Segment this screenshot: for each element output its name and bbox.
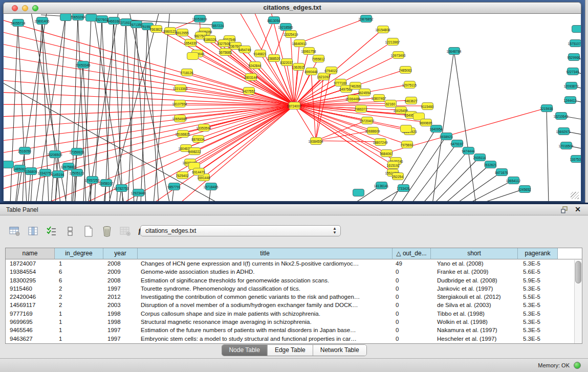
graph-node[interactable]: 17016504: [560, 142, 572, 149]
graph-node[interactable]: 15692971: [558, 127, 570, 135]
column-header-out_de[interactable]: △ out_de...: [393, 248, 431, 259]
graph-node[interactable]: 8990448: [306, 68, 317, 75]
table-row[interactable]: 911546021997Tourette syndrome. Phenomeno…: [6, 285, 582, 293]
graph-node[interactable]: 1145194: [52, 170, 64, 178]
graph-node[interactable]: 16782753: [116, 184, 127, 192]
graph-node[interactable]: 8878334: [192, 135, 204, 143]
table-row[interactable]: 946362711997Embryonic stem cells: a mode…: [6, 335, 582, 343]
graph-node[interactable]: 6794022: [325, 67, 337, 74]
graph-node[interactable]: 15166825: [177, 130, 189, 138]
table-row[interactable]: 946554611997Estimation of the future num…: [6, 326, 582, 334]
graph-node[interactable]: 20053346: [77, 61, 89, 69]
network-window-titlebar[interactable]: citations_edges.txt: [3, 2, 581, 14]
graph-node[interactable]: 13325419: [285, 30, 297, 38]
graph-node[interactable]: 16958107: [100, 179, 112, 187]
graph-node[interactable]: 6466160: [108, 17, 120, 25]
graph-node[interactable]: 1588520: [268, 54, 280, 62]
table-row[interactable]: 1456911722003Disruption of a novel membe…: [6, 301, 582, 309]
graph-node[interactable]: 7485063: [400, 66, 411, 74]
graph-node[interactable]: 9529966: [568, 53, 580, 61]
delete-table-icon[interactable]: [99, 224, 115, 238]
graph-node[interactable]: 3675685: [220, 48, 231, 56]
graph-node[interactable]: 9227349: [567, 68, 579, 75]
table-row[interactable]: 977716911998Corpus callosum shape and si…: [6, 310, 582, 318]
close-panel-icon[interactable]: ✕: [575, 205, 581, 213]
graph-node[interactable]: 15720407: [361, 117, 373, 124]
graph-node[interactable]: 9115460: [422, 102, 433, 110]
graph-node[interactable]: 2935114: [474, 154, 486, 161]
graph-node[interactable]: 12213363: [175, 84, 186, 92]
graph-node[interactable]: 1640954: [430, 125, 442, 133]
tab-node-table[interactable]: Node Table: [222, 345, 268, 356]
graph-node[interactable]: 10807467: [373, 94, 385, 102]
memory-status-indicator[interactable]: [574, 362, 581, 369]
graph-node[interactable]: 9327508: [218, 39, 230, 47]
graph-node[interactable]: 10653287: [72, 14, 84, 20]
column-header-in_degree[interactable]: in_degree: [55, 248, 103, 259]
graph-node[interactable]: [187, 52, 199, 60]
graph-node[interactable]: 17359928: [71, 148, 83, 156]
tab-network-table[interactable]: Network Table: [313, 345, 366, 356]
graph-node[interactable]: 8186328: [204, 35, 216, 43]
graph-node[interactable]: 16053809: [194, 15, 206, 23]
column-header-title[interactable]: title: [138, 248, 393, 259]
graph-node[interactable]: 7632621: [485, 161, 496, 168]
network-canvas[interactable]: 1405572420891406106532871527602646616010…: [4, 14, 581, 201]
table-row[interactable]: 1938455462009Genome-wide association stu…: [6, 268, 582, 276]
new-column-icon[interactable]: [81, 224, 96, 238]
graph-node[interactable]: 8454749: [239, 46, 251, 53]
row-height-icon[interactable]: [62, 224, 78, 238]
graph-node[interactable]: 7975692: [401, 141, 413, 148]
graph-node[interactable]: 10654985: [174, 115, 186, 122]
graph-node[interactable]: 18107554: [174, 100, 186, 107]
graph-node[interactable]: 10688609: [367, 127, 379, 135]
graph-node[interactable]: 2803144: [245, 73, 257, 81]
table-row[interactable]: 2242004622012Investigating the contribut…: [6, 293, 582, 301]
graph-node[interactable]: [4, 161, 14, 168]
graph-node[interactable]: 12975115: [404, 81, 416, 89]
right-panel-splitter[interactable]: [585, 0, 588, 203]
graph-node[interactable]: 3624554: [359, 89, 371, 96]
graph-node[interactable]: 20876852: [360, 15, 372, 23]
graph-node[interactable]: 9427552: [243, 87, 255, 95]
graph-node[interactable]: 252254: [392, 172, 404, 180]
graph-node[interactable]: [60, 14, 72, 21]
graph-node[interactable]: 19384554: [310, 137, 322, 145]
graph-node[interactable]: 16961758: [303, 47, 315, 55]
graph-node[interactable]: 1156809: [25, 167, 37, 175]
graph-node[interactable]: 9146821: [254, 50, 266, 57]
select-all-rows-icon[interactable]: [44, 224, 59, 238]
graph-node[interactable]: 9857791: [168, 183, 180, 190]
graph-node[interactable]: 3215938: [541, 104, 553, 112]
graph-node[interactable]: 62160: [385, 100, 397, 107]
graph-node[interactable]: 6479197: [451, 140, 463, 147]
graph-node[interactable]: 7955812: [313, 55, 324, 62]
graph-node[interactable]: 20206505: [49, 150, 61, 158]
graph-node[interactable]: 1362615: [293, 63, 304, 71]
graph-node[interactable]: 7671355: [130, 20, 142, 28]
table-options-icon[interactable]: [7, 224, 23, 238]
graph-node[interactable]: 8471676: [496, 168, 508, 176]
graph-node[interactable]: 7663822: [150, 25, 162, 33]
graph-node[interactable]: 8322037: [281, 58, 293, 66]
graph-node[interactable]: 12213967: [387, 38, 399, 46]
graph-node[interactable]: 1527602: [96, 15, 108, 23]
graph-node[interactable]: 16154808: [377, 26, 389, 33]
graph-node[interactable]: 7857224: [212, 21, 224, 29]
graph-node[interactable]: 17957253: [86, 176, 98, 184]
graph-node[interactable]: 18807249: [375, 138, 386, 146]
graph-node[interactable]: 20891406: [36, 17, 48, 25]
graph-node[interactable]: 746266: [350, 82, 361, 90]
graph-node[interactable]: 1244413: [564, 96, 576, 104]
table-row[interactable]: 1830029562008Estimation of significance …: [6, 276, 582, 285]
window-resize-grip[interactable]: [571, 192, 579, 199]
graph-node[interactable]: 5938923: [441, 133, 452, 140]
graph-node[interactable]: 9684067: [381, 149, 393, 157]
graph-node[interactable]: 9474444: [463, 147, 474, 155]
table-row[interactable]: 1872400712008Changes of HCN gene express…: [6, 259, 582, 268]
graph-node[interactable]: 15751074: [570, 39, 581, 47]
column-header-pagerank[interactable]: pagerank: [518, 248, 558, 259]
graph-node[interactable]: 7986372: [355, 105, 367, 113]
graph-node[interactable]: 14136141: [376, 182, 387, 189]
graph-node[interactable]: 18724007: [289, 102, 300, 110]
